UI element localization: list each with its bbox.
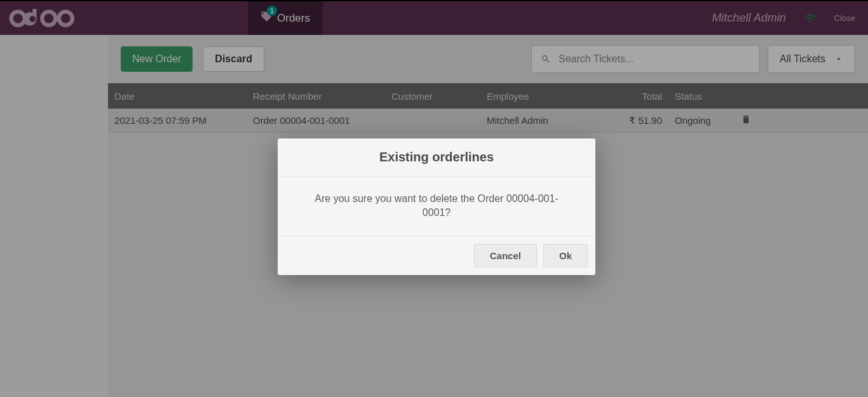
modal-body: Are you sure you want to delete the Orde… [278, 177, 595, 236]
cancel-button[interactable]: Cancel [474, 244, 537, 267]
modal-title: Existing orderlines [278, 138, 595, 177]
confirm-modal: Existing orderlines Are you sure you wan… [278, 138, 595, 275]
ok-button[interactable]: Ok [543, 244, 588, 267]
modal-footer: Cancel Ok [278, 236, 595, 275]
